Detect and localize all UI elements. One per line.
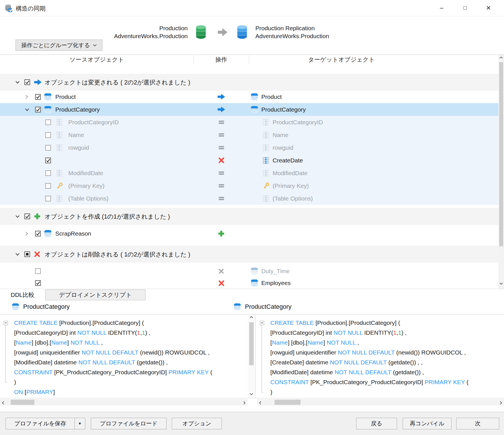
ddl-code-line: ) [0,377,247,387]
operation-delete-unselected-icon [218,268,224,274]
checkbox[interactable] [24,79,30,85]
tree-row[interactable]: ProductCategoryIDProductCategoryID [0,116,498,129]
checkbox[interactable] [45,170,51,176]
checkbox-indeterminate[interactable] [24,251,30,257]
tree-group-row[interactable]: オブジェクトは削除される ( 1の2が選択されました ) [0,246,498,262]
tree-row[interactable]: CreateDate [0,154,498,167]
table-icon [12,303,19,310]
code-fold-toggle[interactable] [4,321,8,325]
scroll-left-icon[interactable] [259,401,261,404]
checkbox[interactable] [35,106,41,112]
column-icon [262,131,269,139]
scroll-up-icon[interactable] [499,56,503,59]
scroll-right-icon[interactable] [500,401,502,404]
operation-modify-icon [217,106,225,113]
checkbox[interactable] [35,268,41,274]
checkbox[interactable] [45,145,51,151]
tree-group-row[interactable]: オブジェクトを作成 (1の1が選択されました ) [0,208,498,225]
tree-group-row[interactable]: オブジェクトは変更される ( 2の2が選択されました ) [0,74,498,90]
chevron-down-icon[interactable] [25,108,29,111]
column-icon [56,169,63,177]
checkbox[interactable] [45,119,51,125]
next-button[interactable]: 次 [456,418,499,429]
scroll-left-icon[interactable] [2,401,4,404]
chevron-down-icon[interactable] [15,81,20,84]
column-header-operation[interactable]: 操作 [194,56,249,64]
target-ddl-panel[interactable]: CREATE TABLE [Production].[ProductCatego… [256,314,504,398]
recompile-button[interactable]: 再コンパイル [403,418,452,429]
tree-row[interactable]: Duty_Time [0,265,498,277]
right-horizontal-scrollbar[interactable] [257,399,504,406]
target-object-label: Employees [261,280,291,286]
minimize-button[interactable]: – [433,2,450,14]
checkbox[interactable] [24,214,30,219]
checkbox[interactable] [45,195,51,201]
checkbox[interactable] [45,183,51,189]
close-button[interactable]: × [480,2,497,14]
tab-deployment-script[interactable]: デプロイメントスクリプト [45,290,146,300]
group-by-operation-dropdown[interactable]: 操作ごとにグループ化する [16,40,102,51]
scrollbar-thumb[interactable] [275,400,301,405]
tree-row[interactable]: rowguidrowguid [0,141,498,154]
column-header-source[interactable]: ソースオブジェクト [0,56,194,64]
code-fold-line [5,325,6,382]
checkbox[interactable] [35,230,41,236]
options-button[interactable]: オプション [172,418,222,429]
ddl-code-line: [CreateDate] datetime NOT NULL DEFAULT (… [256,357,504,367]
chevron-right-icon[interactable] [25,231,28,236]
code-fold-toggle[interactable] [260,321,264,325]
left-horizontal-scrollbar[interactable] [0,399,247,406]
save-profile-dropdown-arrow[interactable]: ▼ [74,418,85,429]
scroll-right-icon[interactable] [243,401,246,404]
maximize-button[interactable]: □ [457,2,474,14]
load-profile-button[interactable]: プロファイルをロード [91,418,166,429]
scroll-down-icon[interactable] [250,393,253,395]
ddl-vertical-scrollbar[interactable] [248,314,255,398]
operation-create-icon [34,213,41,220]
operation-modify-icon [34,79,42,86]
checkbox[interactable] [35,280,41,286]
grid-column-headers: ソースオブジェクト 操作 ターゲットオブジェクト [0,55,504,65]
target-object-label: CreateDate [273,157,303,164]
tree-row[interactable]: ScrapReason [0,227,498,240]
tree-row[interactable]: ProductProduct [0,90,498,103]
column-divider [194,55,194,64]
ddl-code-line: ON [PRIMARY] [256,397,504,398]
source-object-label: Product [55,93,76,100]
source-connection: Production AdventureWorks.Production [114,24,188,40]
column-icon [56,131,63,139]
column-header-target[interactable]: ターゲットオブジェクト [271,56,412,64]
chevron-down-icon[interactable] [15,253,20,256]
ddl-comparison-area: CREATE TABLE [Production].[ProductCatego… [0,314,504,398]
tree-row[interactable]: NameName [0,129,498,141]
target-object-label: Product [261,93,282,100]
scroll-down-icon[interactable] [499,282,503,285]
scrollbar-thumb[interactable] [249,322,254,365]
save-profile-label: プロファイルを保存 [6,420,74,427]
checkbox[interactable] [45,157,51,163]
tree-row[interactable]: Employees [0,277,498,289]
column-icon [262,144,269,152]
target-object-label: rowguid [273,144,293,151]
operation-equal-icon [218,133,224,137]
operation-cell [194,277,249,289]
scroll-up-icon[interactable] [250,316,253,318]
scrollbar-thumb[interactable] [11,400,34,405]
tree-row[interactable]: (Primary Key)(Primary Key) [0,179,498,192]
scrollbar-thumb[interactable] [499,62,503,246]
save-profile-split-button[interactable]: プロファイルを保存 ▼ [6,418,85,429]
tree-row[interactable]: ModifiedDateModifiedDate [0,167,498,179]
tree-row[interactable]: ProductCategoryProductCategory [0,103,498,116]
group-by-operation-label: 操作ごとにグループ化する [21,42,90,49]
tab-ddl-comparison[interactable]: DDL比較 [0,290,45,300]
chevron-down-icon[interactable] [15,215,20,218]
ddl-code-line: ON [PRIMARY] [0,387,247,397]
ddl-code-line: CREATE TABLE [Production].[ProductCatego… [0,318,247,328]
back-button[interactable]: 戻る [356,418,397,429]
source-ddl-panel[interactable]: CREATE TABLE [Production].[ProductCatego… [0,314,247,398]
tree-row[interactable]: (Table Options)(Table Options) [0,192,498,205]
chevron-right-icon[interactable] [25,95,28,99]
checkbox[interactable] [35,94,41,100]
checkbox[interactable] [45,132,51,138]
tree-vertical-scrollbar[interactable] [498,55,504,289]
